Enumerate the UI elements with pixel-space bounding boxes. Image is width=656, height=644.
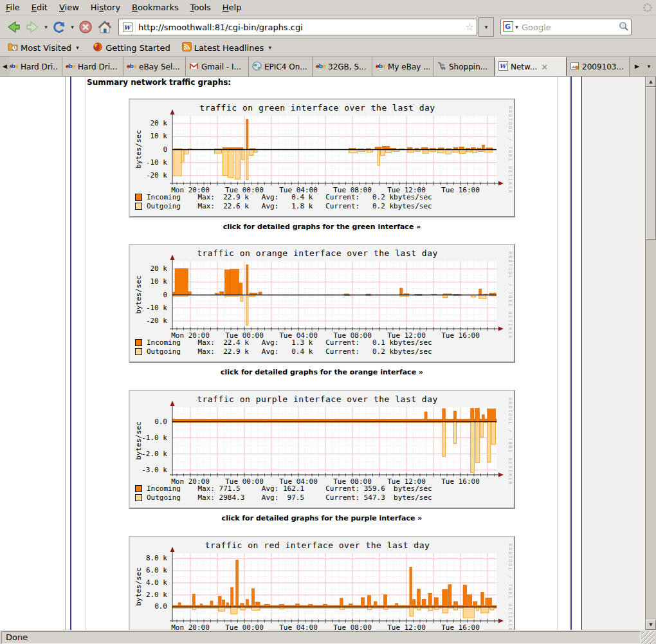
menu-view[interactable]: View — [53, 1, 85, 14]
menu-history[interactable]: History — [85, 1, 126, 14]
network-graph-orange: traffic on orange interface over the las… — [129, 244, 515, 376]
rrdtool-watermark: RRDTOOL / TOBI OETIKER — [507, 252, 513, 340]
scrollbar-up-button[interactable]: ▲ — [646, 77, 656, 87]
search-engine-google-icon[interactable]: G — [503, 21, 513, 33]
page-content: Summary network traffic graphs: traffic … — [0, 77, 656, 630]
bookmark-label: Most Visited — [21, 43, 71, 53]
detail-graph-link[interactable]: click for detailed graphs for the green … — [129, 223, 515, 231]
rrd-graph-image-purple[interactable]: traffic on purple interface over the las… — [129, 390, 515, 509]
tab-label: Netw... — [511, 62, 537, 71]
y-tick-label: 8.0 k — [130, 554, 167, 562]
browser-tab[interactable]: ebayMy eBay ... — [372, 57, 433, 76]
bookmark-star-icon[interactable]: ☆ — [466, 23, 474, 32]
plot-area — [169, 400, 504, 480]
rss-icon — [182, 42, 192, 53]
menu-tools[interactable]: Tools — [185, 1, 217, 14]
detail-graph-link[interactable]: click for detailed graphs for the orange… — [129, 368, 515, 376]
browser-tab[interactable]: Shoppin... — [433, 57, 495, 76]
search-engine-dropdown[interactable]: ▾ — [513, 17, 520, 37]
vertical-scrollbar[interactable]: ▲ ▼ — [645, 77, 656, 630]
y-tick-label: 4.0 k — [130, 578, 167, 587]
y-tick-label: 6.0 k — [130, 566, 167, 575]
bookmarks-toolbar: Most Visited ▾ Getting Started Latest He… — [0, 39, 656, 57]
menu-file[interactable]: File — [0, 1, 26, 14]
ebay-icon: ebay — [66, 61, 75, 73]
bookmark-getting-started[interactable]: Getting Started — [89, 41, 174, 55]
stop-button[interactable] — [76, 17, 95, 37]
bookmark-label: Latest Headlines — [194, 43, 264, 53]
reload-dropdown[interactable]: ▾ — [69, 17, 76, 37]
browser-tab[interactable]: ebay32GB, S... — [313, 57, 372, 76]
reload-button[interactable] — [50, 17, 69, 37]
scrollbar-thumb[interactable] — [646, 87, 656, 240]
browser-tab[interactable]: 2009103... — [567, 57, 630, 76]
tab-scroll-right-button[interactable]: ▶ — [632, 57, 642, 76]
network-graph-red: traffic on red interface over the last d… — [129, 536, 515, 630]
ebay-icon: ebay — [376, 61, 385, 73]
tab-label: EPIC4 On... — [264, 62, 307, 71]
url-history-dropdown[interactable]: ▾ — [478, 17, 494, 37]
legend-swatch — [135, 194, 142, 201]
y-tick-label: 20 k — [130, 264, 167, 273]
page-rule-right-blue — [570, 77, 572, 630]
url-input[interactable] — [138, 23, 466, 32]
url-bar[interactable]: W ☆ — [118, 19, 477, 35]
browser-tab[interactable]: ebayHard Dri... — [62, 57, 123, 76]
window-resize-grip[interactable] — [642, 631, 655, 644]
search-input[interactable] — [520, 22, 619, 33]
rrdtool-watermark: RRDTOOL / TOBI OETIKER — [507, 398, 513, 486]
rrd-graph-image-red[interactable]: traffic on red interface over the last d… — [129, 536, 515, 630]
y-tick-label: -2.0 k — [130, 450, 167, 458]
firefox-icon — [93, 42, 103, 54]
rrd-graph-image-orange[interactable]: traffic on orange interface over the las… — [129, 244, 515, 363]
menu-edit[interactable]: Edit — [26, 1, 53, 14]
legend-swatch — [135, 485, 142, 492]
network-graph-green: traffic on green interface over the last… — [129, 98, 515, 231]
back-button[interactable] — [4, 17, 23, 37]
bookmark-label: Getting Started — [105, 43, 170, 53]
y-tick-label: 0 — [130, 291, 167, 299]
legend-row: Incoming Max: 771.5 Avg: 162.1 Current: … — [135, 484, 432, 492]
cart-icon — [437, 61, 446, 73]
menu-bookmarks[interactable]: Bookmarks — [126, 1, 185, 14]
home-button[interactable] — [95, 17, 114, 37]
legend-row: Outgoing Max: 22.9 k Avg: 0.4 k Current:… — [135, 347, 432, 355]
legend-text: Outgoing Max: 22.6 k Avg: 1.8 k Current:… — [147, 202, 432, 210]
y-tick-label: -3.0 k — [130, 466, 167, 474]
y-tick-label: 0.0 — [130, 602, 167, 611]
browser-tab[interactable]: Gmail - I... — [186, 57, 249, 76]
rrd-graph-image-green[interactable]: traffic on green interface over the last… — [129, 98, 515, 217]
bookmark-most-visited[interactable]: Most Visited ▾ — [4, 37, 85, 59]
menu-help[interactable]: Help — [217, 1, 248, 14]
y-tick-label: 2.0 k — [130, 591, 167, 599]
search-bar[interactable]: G ▾ — [500, 19, 632, 35]
activity-throbber-icon — [642, 2, 653, 14]
legend-text: Incoming Max: 22.4 k Avg: 1.3 k Current:… — [147, 338, 432, 347]
y-tick-label: 0 — [130, 145, 167, 154]
page-rule-inner-right — [557, 77, 558, 630]
tab-scroll-left-button[interactable]: ◀ — [0, 57, 10, 76]
back-history-dropdown[interactable]: ▾ — [42, 17, 50, 37]
tab-list-dropdown[interactable]: ▾ — [642, 57, 656, 76]
scrollbar-down-button[interactable]: ▼ — [646, 620, 656, 630]
chevron-down-icon: ▾ — [266, 38, 273, 57]
bookmark-latest-headlines[interactable]: Latest Headlines ▾ — [178, 37, 278, 59]
browser-tab[interactable]: ebayeBay Sel... — [123, 57, 186, 76]
page-rule-inner-left — [86, 77, 86, 630]
y-tick-label: -10 k — [130, 158, 167, 167]
browser-tab[interactable]: ebayHard Dri... — [10, 57, 62, 76]
browser-tab[interactable]: EPIC4 On... — [249, 57, 313, 76]
y-tick-label: -1.0 k — [130, 434, 167, 442]
navigation-toolbar: ▾ ▾ W ☆ ▾ G ▾ — [0, 15, 656, 39]
detail-graph-link[interactable]: click for detailed graphs for the purple… — [129, 514, 515, 522]
tab-label: Gmail - I... — [201, 62, 241, 71]
status-message-field: Done — [1, 631, 641, 644]
rrdtool-watermark: RRDTOOL / TOBI OETIKER — [507, 544, 513, 630]
tab-close-icon[interactable]: ✕ — [541, 62, 548, 72]
tab-label: Hard Dri... — [78, 62, 117, 71]
browser-tab[interactable]: WNetw...✕ — [495, 57, 567, 76]
network-graph-purple: traffic on purple interface over the las… — [129, 390, 515, 522]
site-favicon-smoothwall-icon: W — [122, 21, 136, 33]
forward-button[interactable] — [23, 17, 42, 37]
search-magnifier-icon[interactable] — [619, 21, 629, 33]
